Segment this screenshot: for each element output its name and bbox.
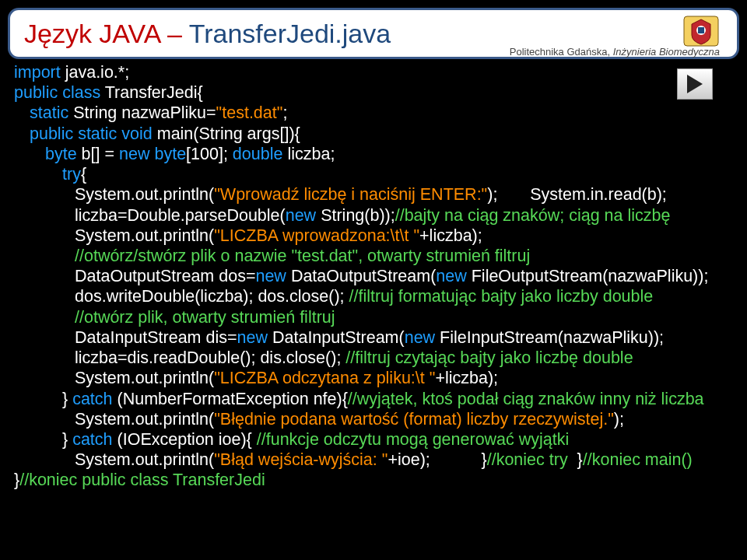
code-line: System.out.println("Błędnie podana warto… <box>14 409 733 429</box>
code-line: static String nazwaPliku="test.dat"; <box>14 103 733 123</box>
title-main: TransferJedi.java <box>189 19 391 48</box>
slide-title: Język JAVA – TransferJedi.java <box>24 19 391 49</box>
code-line: dos.writeDouble(liczba); dos.close(); //… <box>14 286 733 306</box>
code-line: byte b[] = new byte[100]; double liczba; <box>14 144 733 164</box>
institution-label: Politechnika Gdańska, Inżynieria Biomedy… <box>510 46 720 58</box>
code-line: } catch (IOException ioe){ //funkcje odc… <box>14 429 733 450</box>
code-line: System.out.println("LICZBA odczytana z p… <box>14 368 733 388</box>
code-line: System.out.println("Błąd wejścia-wyjścia… <box>14 450 733 470</box>
institution-part2: Inżynieria Biomedyczna <box>613 46 720 58</box>
code-line: DataOutputStream dos=new DataOutputStrea… <box>14 266 733 286</box>
code-line: //otwórz/stwórz plik o nazwie "test.dat"… <box>14 246 733 266</box>
university-crest-icon <box>682 15 720 47</box>
code-line: System.out.println("Wprowadź liczbę i na… <box>14 184 733 205</box>
code-line: //otwórz plik, otwarty strumień filtruj <box>14 307 733 327</box>
code-line: System.out.println("LICZBA wprowadzona:\… <box>14 226 733 246</box>
slide-title-box: Język JAVA – TransferJedi.java Politechn… <box>8 8 739 59</box>
title-prefix: Język JAVA – <box>24 19 189 48</box>
code-line: }//koniec public class TransferJedi <box>14 470 733 490</box>
code-line: public class TransferJedi{ <box>14 82 733 103</box>
code-block: import java.io.*; public class TransferJ… <box>14 62 733 491</box>
code-line: liczba=dis.readDouble(); dis.close(); //… <box>14 348 733 368</box>
code-line: liczba=Double.parseDouble(new String(b))… <box>14 205 733 226</box>
code-line: DataInputStream dis=new DataInputStream(… <box>14 327 733 348</box>
code-line: public static void main(String args[]){ <box>14 124 733 144</box>
svg-rect-2 <box>698 27 704 33</box>
institution-part1: Politechnika Gdańska, <box>510 46 613 58</box>
slide: Język JAVA – TransferJedi.java Politechn… <box>0 0 747 560</box>
code-line: try{ <box>14 164 733 184</box>
code-line: import java.io.*; <box>14 62 733 82</box>
code-line: } catch (NumberFormatException nfe){//wy… <box>14 389 733 409</box>
